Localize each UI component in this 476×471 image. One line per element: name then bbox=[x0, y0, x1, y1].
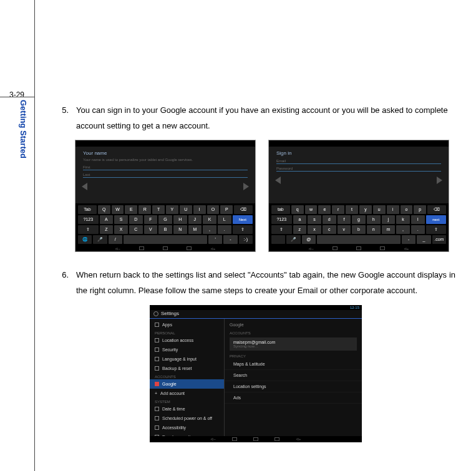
key[interactable]: D bbox=[129, 215, 143, 224]
right-item-search[interactable]: Search bbox=[225, 370, 362, 381]
recents-icon[interactable] bbox=[187, 246, 192, 250]
sidebar-item-security[interactable]: Security bbox=[150, 345, 224, 354]
dash-key[interactable]: - bbox=[223, 235, 237, 244]
last-name-field[interactable]: Last bbox=[83, 172, 248, 178]
first-name-field[interactable]: First bbox=[83, 164, 248, 170]
back-arrow-icon[interactable] bbox=[82, 183, 87, 190]
key[interactable]: S bbox=[114, 215, 128, 224]
vol-down-icon[interactable]: ⊲− bbox=[115, 246, 120, 251]
key[interactable]: e bbox=[318, 205, 331, 214]
right-item-maps[interactable]: Maps & Latitude bbox=[225, 359, 362, 370]
keyboard[interactable]: Tab Q W E R T Y U I O P ⌫ ?123 A S bbox=[75, 203, 255, 245]
space-key[interactable] bbox=[124, 235, 207, 244]
sidebar-item-datetime[interactable]: Date & time bbox=[150, 404, 224, 414]
key[interactable]: t bbox=[346, 205, 358, 214]
forward-arrow-icon[interactable] bbox=[243, 183, 249, 190]
key[interactable]: m bbox=[382, 225, 396, 234]
key[interactable]: I bbox=[193, 205, 206, 214]
vol-up-icon[interactable]: ⊲+ bbox=[210, 246, 216, 251]
key[interactable]: P bbox=[220, 205, 233, 214]
sidebar-item-scheduled[interactable]: Scheduled power on & off bbox=[150, 414, 224, 423]
underscore-key[interactable]: _ bbox=[417, 235, 430, 244]
shift-key[interactable]: ⇧ bbox=[271, 225, 292, 234]
vol-up-icon[interactable]: ⊲+ bbox=[404, 246, 409, 251]
sidebar-item-apps[interactable]: Apps bbox=[150, 320, 224, 329]
key[interactable]: i bbox=[387, 205, 399, 214]
sidebar-item-google[interactable]: Google bbox=[150, 379, 224, 389]
vol-down-icon[interactable]: ⊲− bbox=[210, 437, 216, 441]
vol-down-icon[interactable]: ⊲− bbox=[308, 246, 314, 251]
key[interactable]: O bbox=[207, 205, 220, 214]
password-field[interactable]: Password bbox=[276, 165, 441, 172]
key[interactable]: g bbox=[352, 215, 366, 224]
back-icon[interactable] bbox=[232, 437, 237, 441]
backspace-key[interactable]: ⌫ bbox=[234, 205, 253, 214]
smile-key[interactable]: :-) bbox=[239, 235, 253, 244]
key[interactable]: . bbox=[411, 225, 425, 234]
key[interactable]: o bbox=[401, 205, 413, 214]
key[interactable]: f bbox=[338, 215, 351, 224]
sidebar-item-location[interactable]: Location access bbox=[150, 336, 224, 345]
key[interactable]: a bbox=[293, 215, 307, 224]
key[interactable]: l bbox=[411, 215, 425, 224]
key[interactable]: U bbox=[180, 205, 192, 214]
sidebar-item-backup[interactable]: Backup & reset bbox=[150, 364, 224, 373]
slash-key[interactable]: / bbox=[109, 235, 122, 244]
key[interactable]: w bbox=[305, 205, 318, 214]
sidebar-item-add-account[interactable]: +Add account bbox=[150, 389, 224, 398]
key[interactable]: J bbox=[188, 215, 202, 224]
key[interactable]: Q bbox=[98, 205, 110, 214]
key[interactable]: T bbox=[152, 205, 165, 214]
shift-key[interactable]: ⇧ bbox=[233, 225, 253, 234]
backspace-key[interactable]: ⌫ bbox=[427, 205, 446, 214]
key[interactable]: F bbox=[144, 215, 158, 224]
key[interactable]: L bbox=[218, 215, 231, 224]
key[interactable]: A bbox=[100, 215, 114, 224]
right-item-location[interactable]: Location settings bbox=[225, 381, 362, 392]
key[interactable]: H bbox=[173, 215, 187, 224]
key[interactable]: E bbox=[125, 205, 137, 214]
sym-key[interactable]: ?123 bbox=[78, 215, 99, 224]
key[interactable]: R bbox=[138, 205, 151, 214]
com-key[interactable]: .com bbox=[432, 235, 446, 244]
shift-key[interactable]: ⇧ bbox=[78, 225, 99, 234]
mic-key[interactable]: 🎤 bbox=[93, 235, 107, 244]
sym-key[interactable]: ?123 bbox=[271, 215, 292, 224]
key[interactable]: X bbox=[114, 225, 128, 234]
sidebar-item-language[interactable]: Language & input bbox=[150, 354, 224, 364]
back-icon[interactable] bbox=[139, 246, 144, 250]
at-key[interactable]: @ bbox=[302, 235, 316, 244]
key[interactable]: Y bbox=[166, 205, 178, 214]
key[interactable]: V bbox=[144, 225, 158, 234]
key[interactable]: y bbox=[359, 205, 372, 214]
key[interactable]: q bbox=[291, 205, 304, 214]
key[interactable]: C bbox=[129, 225, 143, 234]
back-arrow-icon[interactable] bbox=[275, 177, 281, 184]
key[interactable]: j bbox=[382, 215, 396, 224]
key[interactable]: k bbox=[396, 215, 410, 224]
key[interactable]: Z bbox=[100, 225, 114, 234]
globe-key[interactable]: 🌐 bbox=[78, 235, 92, 244]
next-key[interactable]: Next bbox=[233, 215, 253, 224]
tab-key[interactable]: Tab bbox=[271, 205, 290, 214]
key[interactable]: x bbox=[308, 225, 321, 234]
key[interactable]: h bbox=[367, 215, 381, 224]
key[interactable]: b bbox=[352, 225, 366, 234]
account-card[interactable]: maisepm@gmail.com Syncing now… bbox=[230, 337, 357, 351]
home-icon[interactable] bbox=[163, 246, 168, 250]
forward-arrow-icon[interactable] bbox=[437, 177, 442, 184]
key[interactable]: , bbox=[203, 225, 216, 234]
key[interactable]: G bbox=[158, 215, 172, 224]
key[interactable]: c bbox=[323, 225, 336, 234]
keyboard[interactable]: Tab q w e r t y u i o p ⌫ ?123 a s bbox=[269, 203, 449, 245]
key[interactable]: B bbox=[158, 225, 172, 234]
mic-key[interactable]: 🎤 bbox=[286, 235, 300, 244]
key[interactable]: . bbox=[218, 225, 231, 234]
key[interactable]: r bbox=[332, 205, 344, 214]
space-key[interactable] bbox=[317, 235, 401, 244]
sidebar-item-accessibility[interactable]: Accessibility bbox=[150, 423, 224, 432]
key[interactable]: M bbox=[188, 225, 202, 234]
home-icon[interactable] bbox=[356, 246, 361, 250]
shift-key[interactable]: ⇧ bbox=[426, 225, 447, 234]
dash-key[interactable]: - bbox=[402, 235, 415, 244]
